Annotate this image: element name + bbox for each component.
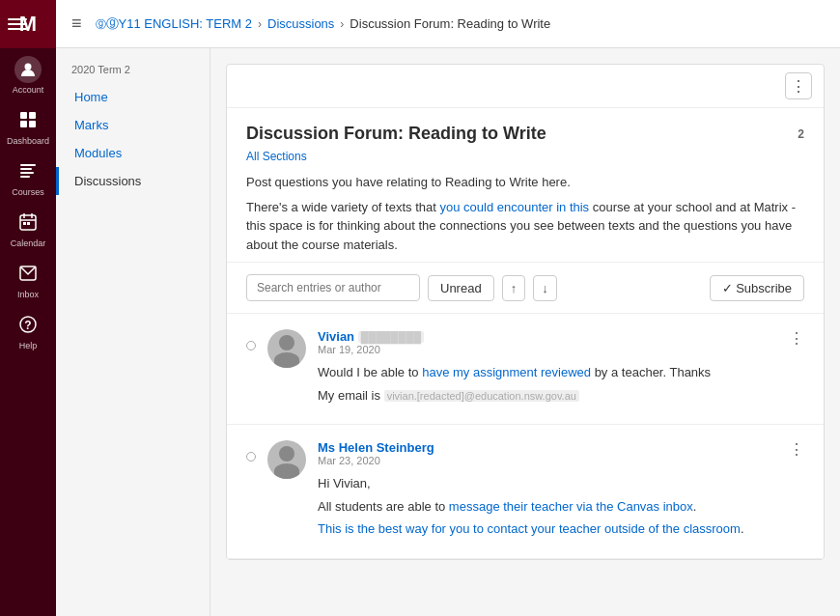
text2b-end: . [693, 499, 697, 514]
svg-rect-3 [20, 121, 27, 127]
text2b-prefix: All students are able to [318, 499, 449, 514]
desc2-plain: There's a wide variety of texts that [246, 200, 439, 214]
breadcrumb-course[interactable]: ⓖⓖY11 ENGLISH: TERM 2 [96, 15, 252, 33]
sidebar: M Account Dashboard [0, 0, 56, 616]
nav-item-marks[interactable]: Marks [56, 111, 210, 139]
avatar-body [274, 463, 299, 479]
text-link: have my assignment reviewed [422, 365, 591, 379]
inbox-label: Inbox [17, 290, 39, 299]
account-label: Account [13, 85, 44, 95]
sidebar-item-dashboard[interactable]: Dashboard [0, 102, 56, 154]
sidebar-logo: M [0, 0, 56, 48]
svg-point-0 [25, 64, 32, 70]
breadcrumb-sep-1: › [258, 17, 262, 31]
text-plain: Would I be able to [318, 365, 422, 379]
dashboard-label: Dashboard [7, 136, 49, 146]
description-2: There's a wide variety of texts that you… [246, 198, 804, 255]
breadcrumb-sep-2: › [340, 17, 344, 31]
help-icon: ? [18, 315, 38, 338]
topbar: ≡ ⓖⓖY11 ENGLISH: TERM 2 › Discussions › … [56, 0, 840, 48]
topbar-menu-icon[interactable]: ≡ [71, 14, 82, 34]
term-label: 2020 Term 2 [56, 60, 210, 83]
breadcrumb-current: Discussion Forum: Reading to Write [350, 16, 550, 31]
sidebar-item-help[interactable]: ? Help [0, 307, 56, 358]
account-icon [14, 56, 42, 83]
entry-content-2: Ms Helen Steinberg Mar 23, 2020 Hi Vivia… [318, 440, 777, 543]
nav-item-discussions[interactable]: Discussions [56, 167, 210, 195]
text2b-link: message their teacher via the Canvas inb… [449, 499, 693, 514]
svg-rect-4 [29, 121, 36, 127]
search-filter-bar: Unread ↑ ↓ ✓ Subscribe [227, 262, 824, 313]
search-input[interactable] [246, 274, 420, 301]
entry-menu-2[interactable]: ⋮ [789, 440, 804, 543]
svg-rect-8 [20, 176, 30, 178]
nav-item-modules[interactable]: Modules [56, 139, 210, 167]
avatar-head [279, 335, 294, 350]
email-prefix: My email is [318, 388, 384, 403]
email-redacted: vivian.[redacted]@education.nsw.gov.au [384, 390, 579, 402]
entry-text-2c: This is the best way for you to contact … [318, 519, 777, 539]
sidebar-item-courses[interactable]: Courses [0, 154, 56, 205]
nav-item-home[interactable]: Home [56, 83, 210, 111]
svg-rect-14 [27, 222, 30, 225]
entry-date-2: Mar 23, 2020 [318, 455, 777, 466]
discussion-title-row: Discussion Forum: Reading to Write 2 [246, 124, 804, 144]
avatar-person [267, 440, 306, 479]
discussion-title-text: Discussion Forum: Reading to Write [246, 124, 546, 144]
entry-text-1a: Would I be able to have my assignment re… [318, 363, 777, 382]
entry-menu-1[interactable]: ⋮ [789, 329, 804, 408]
entry-date-1: Mar 19, 2020 [318, 344, 777, 355]
all-sections-link[interactable]: All Sections [246, 150, 307, 163]
discussion-entries: Vivian ████████ Mar 19, 2020 Would I be … [227, 313, 824, 559]
upload-button[interactable]: ↑ [502, 275, 526, 301]
entry-text-2b: All students are able to message their t… [318, 497, 777, 517]
avatar [267, 440, 306, 479]
sidebar-item-inbox[interactable]: Inbox [0, 256, 56, 307]
left-nav: 2020 Term 2 Home Marks Modules Discussio… [56, 48, 210, 616]
dashboard-icon [18, 110, 38, 133]
svg-rect-5 [20, 164, 36, 166]
discussion-panel: ⋮ Discussion Forum: Reading to Write 2 A… [226, 64, 825, 560]
entry-author-1[interactable]: Vivian ████████ [318, 329, 777, 344]
calendar-label: Calendar [11, 238, 46, 248]
panel-top-bar: ⋮ [227, 65, 824, 108]
text2c-end: . [741, 521, 744, 536]
main-area: ≡ ⓖⓖY11 ENGLISH: TERM 2 › Discussions › … [56, 0, 840, 616]
text-end: by a teacher. Thanks [591, 365, 711, 379]
entry-dot-2 [246, 452, 256, 462]
course-icon: ⓖ [96, 18, 106, 30]
avatar-person [267, 329, 306, 368]
help-label: Help [19, 341, 38, 350]
discussion-count: 2 [798, 127, 804, 141]
unread-button[interactable]: Unread [428, 275, 494, 301]
entry-text-2a: Hi Vivian, [318, 474, 777, 493]
sidebar-item-account[interactable]: Account [0, 48, 56, 102]
menu-line-1 [8, 18, 27, 20]
sidebar-item-calendar[interactable]: Calendar [0, 205, 56, 256]
entry-dot-1 [246, 341, 256, 350]
hamburger-icon[interactable] [8, 18, 27, 30]
menu-line-3 [8, 28, 27, 30]
inbox-icon [18, 264, 38, 287]
breadcrumb-discussions[interactable]: Discussions [267, 16, 334, 31]
checkmark-icon: ✓ [722, 281, 737, 295]
svg-rect-13 [23, 222, 26, 225]
upload-icon: ↑ [511, 281, 518, 295]
svg-rect-6 [20, 168, 32, 170]
avatar-head [279, 446, 294, 462]
svg-text:?: ? [24, 319, 31, 332]
download-button[interactable]: ↓ [533, 275, 557, 301]
author-redacted-1: ████████ [358, 331, 424, 343]
text2c-link: This is the best way for you to contact … [318, 521, 741, 536]
panel-menu-button[interactable]: ⋮ [785, 72, 812, 99]
subscribe-button[interactable]: ✓ Subscribe [710, 275, 804, 301]
avatar-body [274, 352, 299, 368]
entry-author-2[interactable]: Ms Helen Steinberg [318, 440, 777, 455]
menu-line-2 [8, 23, 27, 25]
content-wrapper: 2020 Term 2 Home Marks Modules Discussio… [56, 48, 840, 616]
download-icon: ↓ [542, 281, 548, 295]
entry-text-1b: My email is vivian.[redacted]@education.… [318, 386, 777, 406]
svg-rect-1 [20, 112, 27, 119]
table-row: Vivian ████████ Mar 19, 2020 Would I be … [227, 314, 824, 425]
table-row: Ms Helen Steinberg Mar 23, 2020 Hi Vivia… [227, 425, 824, 559]
